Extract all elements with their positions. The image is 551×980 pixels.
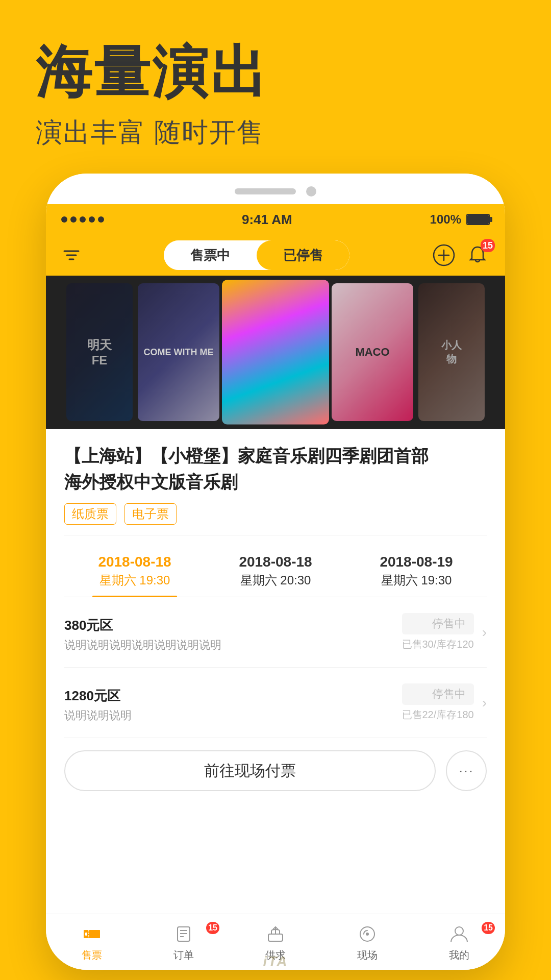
nav-label-mine: 我的 — [449, 948, 469, 962]
notification-badge: 15 — [481, 239, 495, 252]
goto-venue-button[interactable]: 前往现场付票 — [64, 750, 436, 791]
order-nav-badge: 15 — [206, 922, 219, 934]
mine-nav-icon — [447, 922, 471, 946]
zone-unit-1: 元区 — [86, 618, 113, 633]
zone-desc-2: 说明说明说明 — [64, 708, 402, 723]
date-2-line2: 星期六 20:30 — [209, 572, 342, 589]
zone-item-1[interactable]: 380元区 说明说明说明说明说明说明说明 停售中 已售30/库存120 › — [64, 597, 487, 668]
more-button[interactable]: ··· — [446, 750, 487, 791]
signal-dot-3 — [80, 216, 86, 223]
signal-dot-4 — [89, 216, 95, 223]
carousel-item-2[interactable]: COME WITH ME — [138, 283, 219, 421]
date-item-1[interactable]: 2018-08-18 星期六 19:30 — [64, 546, 205, 597]
zone-price-number-1: 380 — [64, 618, 86, 633]
signal-dot-1 — [61, 216, 67, 223]
svg-rect-13 — [268, 934, 283, 941]
poster-1: 明天FE — [66, 283, 133, 421]
poster-3 — [222, 280, 329, 425]
signal-dots — [61, 216, 104, 223]
date-selector: 2018-08-18 星期六 19:30 2018-08-18 星期六 20:3… — [64, 546, 487, 597]
ticket-nav-icon — [80, 922, 104, 946]
hero-title: 海量演出 — [36, 41, 515, 103]
date-1-line1: 2018-08-18 — [68, 554, 201, 570]
nav-label-ticket: 售票 — [82, 948, 102, 962]
svg-point-16 — [366, 933, 369, 936]
filter-icon[interactable] — [60, 244, 83, 266]
zone-info-1: 380元区 说明说明说明说明说明说明说明 — [64, 611, 402, 653]
chevron-icon-1: › — [482, 624, 487, 641]
tag-e-ticket: 电子票 — [124, 503, 177, 525]
nav-label-scene: 现场 — [357, 948, 378, 962]
zone-price-number-2: 1280 — [64, 688, 94, 703]
poster-4: MACO — [332, 283, 413, 421]
carousel-item-1[interactable]: 明天FE — [66, 283, 133, 421]
zone-status-1: 停售中 已售30/库存120 — [402, 613, 474, 651]
tabs: 售票中 已停售 — [164, 240, 349, 270]
nav-item-order[interactable]: 订单 15 — [138, 922, 230, 962]
status-right: 100% — [430, 212, 490, 227]
status-text-2: 停售中 — [402, 683, 474, 705]
zone-unit-2: 元区 — [94, 688, 120, 703]
svg-point-17 — [455, 927, 463, 935]
zone-desc-1: 说明说明说明说明说明说明说明 — [64, 638, 402, 653]
poster-5: 小人物 — [418, 283, 485, 421]
show-title: 【上海站】【小橙堡】家庭音乐剧四季剧团首部海外授权中文版音乐剧 — [64, 443, 487, 495]
carousel[interactable]: 明天FE COME WITH ME MACO 小人物 — [46, 276, 505, 429]
chevron-icon-2: › — [482, 695, 487, 711]
battery-percent: 100% — [430, 212, 461, 227]
date-3-line1: 2018-08-19 — [350, 554, 483, 570]
carousel-item-3[interactable] — [222, 280, 329, 425]
status-bar: 9:41 AM 100% — [46, 204, 505, 235]
date-1-line2: 星期六 19:30 — [68, 572, 201, 589]
zone-price-1: 380元区 — [64, 611, 402, 634]
nav-item-ticket[interactable]: 售票 — [46, 922, 138, 962]
toolbar-icons: 15 — [431, 242, 491, 268]
status-text-1: 停售中 — [402, 613, 474, 634]
signal-dot-5 — [98, 216, 104, 223]
supply-nav-icon — [263, 922, 288, 946]
tab-selling[interactable]: 售票中 — [164, 240, 257, 270]
date-item-2[interactable]: 2018-08-18 星期六 20:30 — [205, 546, 346, 597]
phone-camera — [306, 186, 316, 197]
zone-status-2: 停售中 已售22/库存180 — [402, 683, 474, 722]
tab-stopped[interactable]: 已停售 — [257, 240, 349, 270]
phone-frame: 9:41 AM 100% 售票中 已停售 — [46, 174, 505, 970]
battery-fill — [467, 215, 489, 224]
stock-text-2: 已售22/库存180 — [402, 708, 474, 722]
divider-1 — [64, 535, 487, 535]
scene-nav-icon — [355, 922, 380, 946]
tag-paper-ticket: 纸质票 — [64, 503, 116, 525]
date-2-line1: 2018-08-18 — [209, 554, 342, 570]
svg-rect-8 — [85, 933, 87, 936]
signal-dot-2 — [70, 216, 77, 223]
date-item-3[interactable]: 2018-08-19 星期六 19:30 — [346, 546, 487, 597]
carousel-item-4[interactable]: MACO — [332, 283, 413, 421]
main-content: 【上海站】【小橙堡】家庭音乐剧四季剧团首部海外授权中文版音乐剧 纸质票 电子票 … — [46, 429, 505, 738]
stock-text-1: 已售30/库存120 — [402, 638, 474, 651]
hero-subtitle: 演出丰富 随时开售 — [36, 115, 515, 151]
poster-2: COME WITH ME — [138, 283, 219, 421]
nav-item-scene[interactable]: 现场 — [321, 922, 413, 962]
zone-item-2[interactable]: 1280元区 说明说明说明 停售中 已售22/库存180 › — [64, 668, 487, 738]
date-3-line2: 星期六 19:30 — [350, 572, 483, 589]
nav-item-mine[interactable]: 我的 15 — [413, 922, 505, 962]
notification-button[interactable]: 15 — [464, 242, 491, 268]
status-time: 9:41 AM — [242, 212, 292, 228]
mine-nav-badge: 15 — [482, 922, 495, 934]
order-nav-icon — [171, 922, 196, 946]
toolbar: 售票中 已停售 15 — [46, 235, 505, 276]
zone-info-2: 1280元区 说明说明说明 — [64, 682, 402, 723]
phone-top-bar — [46, 174, 505, 204]
ticket-tags: 纸质票 电子票 — [64, 503, 487, 525]
add-button[interactable] — [431, 242, 457, 268]
nav-label-order: 订单 — [173, 948, 194, 962]
watermark: iTA — [263, 953, 288, 970]
ticket-zones: 380元区 说明说明说明说明说明说明说明 停售中 已售30/库存120 › 12… — [64, 597, 487, 738]
battery-icon — [466, 214, 490, 225]
tabs-container: 售票中 已停售 — [93, 240, 420, 270]
phone-speaker — [235, 188, 296, 194]
zone-price-2: 1280元区 — [64, 682, 402, 705]
carousel-item-5[interactable]: 小人物 — [418, 283, 485, 421]
bottom-actions: 前往现场付票 ··· — [46, 738, 505, 803]
